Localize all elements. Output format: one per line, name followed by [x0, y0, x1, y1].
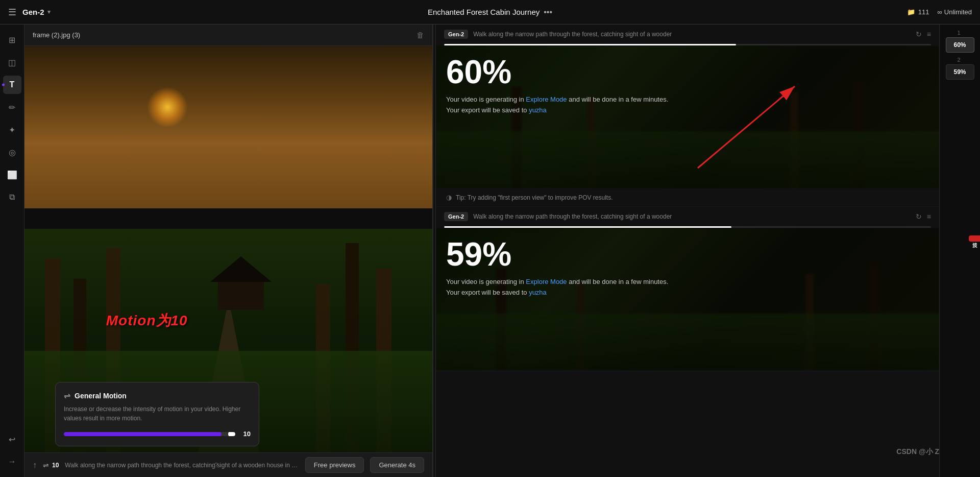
video-card-2: Gen-2 Walk along the narrow path through…	[436, 207, 939, 371]
status-text-2a: Your video is generating in	[446, 278, 526, 285]
icon-sidebar: ⊞ ◫ T ✏ ✦ ◎ ⬜ ⧉ ↩ →	[0, 25, 24, 477]
card-prompt-2: Walk along the narrow path through the f…	[473, 213, 911, 220]
status-text-1b: and will be done in a few minutes.	[569, 96, 668, 103]
mini-percent-1[interactable]: 60%	[946, 37, 974, 53]
motion-text-overlay: Motion为10	[106, 311, 188, 330]
mini-row-num-1: 1	[940, 30, 980, 36]
status-text-2b: and will be done in a few minutes.	[569, 278, 668, 285]
layers-icon[interactable]: ◫	[3, 53, 21, 71]
export-icon[interactable]: →	[3, 452, 21, 471]
right-panel: Gen-2 Walk along the narrow path through…	[436, 25, 980, 477]
tip-box-1: ◑ Tip: Try adding "first person view" to…	[436, 188, 939, 206]
stack-icon-wrap: ⧉	[3, 188, 21, 206]
cabin-roof	[210, 256, 272, 282]
video-list: Gen-2 Walk along the narrow path through…	[436, 25, 939, 477]
upload-arrow-icon[interactable]: ↑	[33, 461, 37, 470]
percent-display-2: 59% Your video is generating in Explore …	[436, 228, 939, 371]
app-name[interactable]: Gen-2 ▾	[22, 8, 51, 16]
right-mini-sidebar: 1 60% 2 59%	[939, 25, 980, 477]
question-icon[interactable]: ?	[214, 461, 218, 469]
motion-value: 10	[52, 462, 59, 469]
topbar-center: Enchanted Forest Cabin Journey •••	[428, 8, 552, 17]
topbar-right: 📁 111 ∞ Unlimited	[907, 8, 972, 16]
yuzha-link-1[interactable]: yuzha	[529, 106, 547, 114]
trash-icon[interactable]: 🗑	[416, 31, 424, 39]
generate-button[interactable]: Generate 4s	[370, 457, 424, 473]
refresh-icon-1[interactable]: ↻	[916, 30, 922, 38]
mini-item-2: 2 59%	[940, 57, 980, 80]
percent-display-1: 60% Your video is generating in Explore …	[436, 45, 939, 188]
yuzha-link-2[interactable]: yuzha	[529, 289, 547, 296]
video-preview-2: 59% Your video is generating in Explore …	[436, 228, 939, 371]
menu-icon-2[interactable]: ≡	[927, 212, 931, 221]
box-icon-wrap: ⬜	[3, 165, 21, 184]
refresh-icon-2[interactable]: ↻	[916, 212, 922, 221]
toolbar-text: Walk along the narrow path through the f…	[65, 462, 299, 469]
hamburger-icon[interactable]: ☰	[8, 7, 16, 18]
sun-glow	[147, 87, 188, 128]
popup-title: General Motion	[75, 392, 127, 400]
layers-icon-wrap: ◫	[3, 53, 21, 71]
gen2-badge-1: Gen-2	[444, 30, 468, 39]
tip-icon-1: ◑	[446, 194, 452, 201]
text-icon[interactable]: T	[3, 76, 21, 94]
bottom-toolbar: ⇌ General Motion Increase or decrease th…	[24, 452, 432, 477]
box-icon[interactable]: ⬜	[3, 165, 21, 184]
brush-icon[interactable]: ✏	[3, 98, 21, 116]
magic-icon[interactable]: ✦	[3, 121, 21, 139]
free-previews-button[interactable]: Free previews	[305, 457, 364, 473]
grid-icon-wrap: ⊞	[3, 31, 21, 49]
video-preview-1: 60% Your video is generating in Explore …	[436, 45, 939, 188]
menu-icon-1[interactable]: ≡	[927, 30, 931, 38]
sky-layer	[24, 46, 432, 208]
text-icon-wrap: T	[3, 76, 21, 94]
video-card-1: Gen-2 Walk along the narrow path through…	[436, 25, 939, 207]
active-dot	[2, 84, 5, 86]
panel-header: frame (2).jpg (3) 🗑	[24, 25, 432, 46]
card-icons-1: ↻ ≡	[916, 30, 931, 38]
unlimited-badge: ∞ Unlimited	[938, 8, 972, 16]
slider-value: 10	[240, 430, 251, 438]
slider-track[interactable]	[64, 432, 235, 436]
panel-title: frame (2).jpg (3)	[33, 31, 80, 39]
stack-icon[interactable]: ⧉	[3, 188, 21, 206]
undo-icon[interactable]: ↩	[3, 430, 21, 448]
export-text-2: Your export will be saved to	[446, 289, 529, 296]
grid-icon[interactable]: ⊞	[3, 31, 21, 49]
topbar: ☰ Gen-2 ▾ Enchanted Forest Cabin Journey…	[0, 0, 980, 25]
watermark: CSDN @小 Z	[896, 447, 939, 457]
slider-thumb[interactable]	[228, 432, 235, 436]
main-layout: ⊞ ◫ T ✏ ✦ ◎ ⬜ ⧉ ↩ → frame (2).jpg	[0, 25, 980, 477]
popup-desc: Increase or decrease the intensity of mo…	[64, 404, 251, 423]
folder-count: 📁 111	[907, 8, 929, 16]
popup-header: ⇌ General Motion	[64, 391, 251, 400]
cabin-body	[218, 279, 264, 310]
sidebar-bottom: ↩ →	[3, 430, 21, 471]
magic-icon-wrap: ✦	[3, 121, 21, 139]
popup-motion-icon: ⇌	[64, 391, 70, 400]
motion-icon: ⇌	[43, 461, 49, 469]
mini-percent-2[interactable]: 59%	[946, 64, 974, 80]
mini-item-1: 1 60%	[940, 30, 980, 53]
gen-status-2: Your video is generating in Explore Mode…	[446, 277, 929, 298]
explore-link-2[interactable]: Explore Mode	[526, 278, 567, 285]
card-icons-2: ↻ ≡	[916, 212, 931, 221]
project-title: Enchanted Forest Cabin Journey	[428, 8, 540, 16]
gen-status-1: Your video is generating in Explore Mode…	[446, 94, 929, 116]
explore-link-1[interactable]: Explore Mode	[526, 96, 567, 103]
motion-popup: ⇌ General Motion Increase or decrease th…	[55, 382, 259, 446]
cabin	[210, 259, 272, 310]
status-text-1a: Your video is generating in	[446, 96, 526, 103]
mini-row-num-2: 2	[940, 57, 980, 63]
video-card-1-header: Gen-2 Walk along the narrow path through…	[436, 25, 939, 44]
left-panel: frame (2).jpg (3) 🗑	[24, 25, 433, 477]
video-card-2-header: Gen-2 Walk along the narrow path through…	[436, 207, 939, 226]
more-icon[interactable]: •••	[544, 8, 552, 17]
percent-number-2: 59%	[446, 238, 929, 271]
export-text-1: Your export will be saved to	[446, 106, 529, 114]
motion-indicator: ⇌ 10	[43, 461, 59, 469]
float-feedback-button[interactable]: 反馈	[969, 235, 980, 242]
brush-icon-wrap: ✏	[3, 98, 21, 116]
circle-icon[interactable]: ◎	[3, 143, 21, 161]
gen2-badge-2: Gen-2	[444, 212, 468, 221]
